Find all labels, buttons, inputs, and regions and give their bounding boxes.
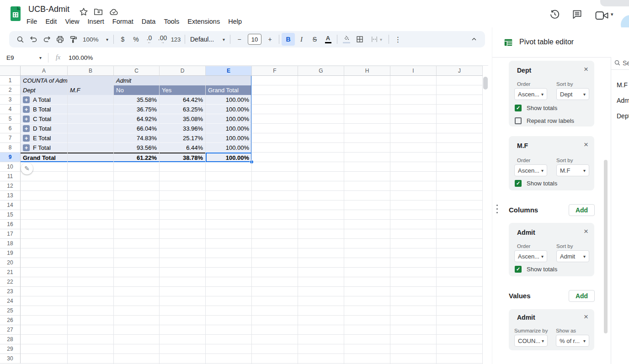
pivot-row-label[interactable]: +D Total bbox=[21, 124, 68, 133]
pivot-value-cell[interactable]: 63.25% bbox=[160, 105, 206, 114]
show-as-select[interactable]: % of r...▾ bbox=[556, 335, 589, 347]
pivot-row-field-cell[interactable]: Dept bbox=[21, 85, 68, 95]
decrease-font-size-button[interactable]: − bbox=[233, 33, 246, 46]
pivot-row-label[interactable]: +A Total bbox=[21, 95, 68, 105]
menu-tools[interactable]: Tools bbox=[160, 16, 183, 26]
increase-decimals-button[interactable]: .00→ bbox=[156, 33, 169, 46]
column-header-E[interactable]: E bbox=[206, 66, 252, 76]
strikethrough-button[interactable]: S bbox=[308, 33, 321, 46]
increase-font-size-button[interactable]: + bbox=[263, 33, 277, 46]
decrease-decimals-button[interactable]: .0← bbox=[143, 33, 156, 46]
pivot-col-header[interactable]: Yes bbox=[160, 85, 206, 95]
cloud-status-icon[interactable] bbox=[109, 7, 119, 17]
field-list-item[interactable]: M.F bbox=[617, 81, 629, 90]
pivot-row-field-cell[interactable]: M.F bbox=[68, 85, 114, 95]
row-header-17[interactable]: 17 bbox=[0, 229, 21, 239]
row-header-1[interactable]: 1 bbox=[0, 76, 21, 85]
field-search-input[interactable]: Search bbox=[623, 59, 629, 67]
expand-icon[interactable]: + bbox=[23, 106, 30, 113]
scrollbar-thumb[interactable] bbox=[483, 77, 488, 90]
row-header-6[interactable]: 6 bbox=[0, 124, 21, 133]
pivot-column-group-cell[interactable]: Admit bbox=[114, 76, 160, 85]
menu-view[interactable]: View bbox=[61, 16, 83, 26]
search-icon[interactable] bbox=[14, 33, 27, 46]
row-header-23[interactable]: 23 bbox=[0, 287, 21, 296]
row-header-30[interactable]: 30 bbox=[0, 354, 21, 364]
document-title[interactable]: UCB-Admit bbox=[28, 5, 69, 14]
row-header-24[interactable]: 24 bbox=[0, 296, 21, 306]
pivot-value-cell[interactable]: 100.00% bbox=[206, 114, 252, 124]
pivot-value-cell[interactable]: 100.00% bbox=[206, 143, 252, 153]
expand-icon[interactable]: + bbox=[23, 144, 30, 151]
expand-icon[interactable]: + bbox=[23, 125, 30, 132]
pivot-value-cell[interactable]: 6.44% bbox=[160, 143, 206, 153]
column-header-D[interactable]: D bbox=[160, 66, 206, 76]
row-header-27[interactable]: 27 bbox=[0, 325, 21, 335]
close-icon[interactable]: × bbox=[584, 140, 588, 149]
row-header-13[interactable]: 13 bbox=[0, 191, 21, 200]
column-header-G[interactable]: G bbox=[298, 66, 344, 76]
pivot-value-cell[interactable]: 38.78% bbox=[160, 153, 206, 162]
pivot-table[interactable]: COUNTA of Admit Admit Dept M.F No Yes Gr… bbox=[21, 76, 252, 162]
close-icon[interactable]: × bbox=[584, 312, 588, 322]
row-header-19[interactable]: 19 bbox=[0, 248, 21, 258]
menu-help[interactable]: Help bbox=[224, 16, 246, 26]
sort-by-select[interactable]: M.F▾ bbox=[556, 164, 589, 176]
fill-color-icon[interactable] bbox=[340, 33, 353, 46]
pivot-value-cell[interactable]: 66.04% bbox=[114, 124, 160, 133]
font-size-input[interactable]: 10 bbox=[248, 34, 261, 45]
row-header-16[interactable]: 16 bbox=[0, 220, 21, 229]
grid-scrollbar[interactable] bbox=[483, 76, 488, 364]
pivot-value-cell[interactable]: 36.75% bbox=[114, 105, 160, 114]
close-icon[interactable]: × bbox=[584, 227, 588, 236]
show-totals-checkbox[interactable]: ✓Show totals bbox=[515, 105, 557, 111]
bold-button[interactable]: B bbox=[282, 33, 295, 46]
sheets-logo-icon[interactable] bbox=[10, 6, 21, 21]
meet-camera-icon[interactable] bbox=[595, 11, 609, 20]
row-header-4[interactable]: 4 bbox=[0, 105, 21, 114]
column-header-A[interactable]: A bbox=[21, 66, 68, 76]
columns-add-button[interactable]: Add bbox=[569, 204, 595, 216]
collapse-toolbar-icon[interactable] bbox=[467, 33, 480, 46]
redo-icon[interactable] bbox=[40, 33, 53, 46]
row-header-25[interactable]: 25 bbox=[0, 306, 21, 316]
more-options-icon[interactable]: ⋮ bbox=[391, 33, 405, 46]
more-formats-button[interactable]: 123 bbox=[169, 33, 182, 46]
row-header-11[interactable]: 11 bbox=[0, 172, 21, 181]
pivot-row-label[interactable]: +C Total bbox=[21, 114, 68, 124]
borders-icon[interactable] bbox=[353, 33, 366, 46]
row-header-10[interactable]: 10 bbox=[0, 162, 21, 172]
pivot-value-cell[interactable]: 33.96% bbox=[160, 124, 206, 133]
meet-caret-icon[interactable]: ▾ bbox=[611, 11, 613, 17]
edit-pivot-button[interactable]: ✎ bbox=[21, 163, 33, 174]
drag-handle-icon[interactable] bbox=[496, 205, 498, 213]
currency-format-button[interactable]: $ bbox=[116, 33, 129, 46]
field-list-item[interactable]: Admit bbox=[617, 97, 629, 105]
menu-insert[interactable]: Insert bbox=[84, 16, 108, 26]
row-header-7[interactable]: 7 bbox=[0, 133, 21, 143]
pivot-value-cell[interactable]: 100.00% bbox=[206, 105, 252, 114]
row-header-3[interactable]: 3 bbox=[0, 95, 21, 105]
text-color-button[interactable]: A bbox=[321, 33, 335, 46]
comments-icon[interactable] bbox=[572, 9, 582, 20]
show-totals-checkbox[interactable]: ✓Show totals bbox=[515, 266, 557, 273]
show-totals-checkbox[interactable]: ✓Show totals bbox=[515, 180, 557, 187]
star-icon[interactable] bbox=[79, 7, 89, 17]
row-header-2[interactable]: 2 bbox=[0, 85, 21, 95]
panel-scrollbar-thumb[interactable] bbox=[604, 160, 608, 333]
pivot-value-cell[interactable]: 35.58% bbox=[114, 95, 160, 105]
row-header-28[interactable]: 28 bbox=[0, 335, 21, 344]
select-all-corner[interactable] bbox=[0, 66, 21, 76]
menu-data[interactable]: Data bbox=[138, 16, 160, 26]
chevron-down-icon[interactable]: ▾ bbox=[39, 55, 42, 60]
row-header-8[interactable]: 8 bbox=[0, 143, 21, 153]
version-history-icon[interactable] bbox=[549, 9, 560, 20]
pivot-col-header[interactable]: No bbox=[114, 85, 160, 95]
pivot-value-cell[interactable]: 64.42% bbox=[160, 95, 206, 105]
row-header-20[interactable]: 20 bbox=[0, 258, 21, 268]
pivot-value-cell[interactable]: 93.56% bbox=[114, 143, 160, 153]
expand-icon[interactable]: + bbox=[23, 135, 30, 142]
column-header-I[interactable]: I bbox=[390, 66, 437, 76]
order-select[interactable]: Ascen...▾ bbox=[514, 250, 547, 262]
pivot-row-label[interactable]: +E Total bbox=[21, 133, 68, 143]
